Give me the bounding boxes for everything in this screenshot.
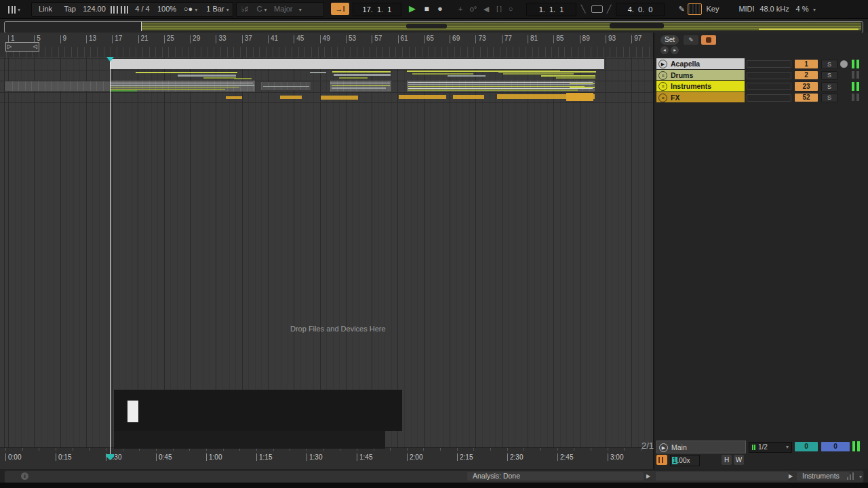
clip-segment[interactable] [334,74,391,76]
clip-segment[interactable] [203,77,236,79]
loop-start-marker[interactable]: ▷ [7,43,12,51]
punch-in-icon[interactable]: ╲ [579,2,587,16]
arrangement-position-field[interactable]: 17. 1. 1 [353,3,401,16]
loop-switch-icon[interactable] [591,5,603,13]
io-box[interactable] [747,83,791,90]
follow-button[interactable]: →ǀ [331,3,349,15]
punch-brackets-icon[interactable]: [ ] [493,2,505,16]
loop-length-field[interactable]: 4. 0. 0 [616,3,665,16]
track-header-acapella[interactable]: ▶ Acapella [656,58,745,69]
clip-segment[interactable] [234,78,252,79]
computer-midi-keyboard-icon[interactable] [688,3,702,15]
loop-end-marker[interactable]: ◁ [33,43,37,51]
set-button[interactable]: Set [660,35,679,45]
output-channel-menu[interactable]: 1/2 ▾ [749,442,792,453]
loop-start-field[interactable]: 1. 1. 1 [526,3,576,16]
arrangement-overview[interactable] [4,21,863,33]
clip-segment[interactable] [556,77,595,79]
playback-speed-field[interactable]: 1.00x [670,455,700,466]
clip-segment[interactable] [280,96,302,99]
track-header-drums[interactable]: ≡ Drums [656,70,745,80]
solo-button[interactable]: S [821,60,837,69]
clip-segment[interactable] [498,71,596,73]
info-icon[interactable]: i [21,472,28,480]
track-header-instruments[interactable]: ≡ Instruments [656,81,745,92]
bar-ruler[interactable]: 1591317212529333741454953576165697377818… [0,33,653,57]
arm-button[interactable] [840,60,848,68]
io-box[interactable] [747,94,791,102]
time-signature-field[interactable]: 4 / 4 [130,2,155,16]
draw-mode-pen-icon[interactable]: ✎ [677,2,686,16]
io-box[interactable] [747,72,791,79]
optimize-width-button[interactable]: W [734,455,744,465]
playhead[interactable] [110,57,111,455]
clip-segment[interactable] [448,75,486,77]
io-number-field[interactable]: 52 [795,94,818,102]
solo-button[interactable]: S [821,94,837,102]
stop-button[interactable]: ■ [421,2,432,16]
clip-segment[interactable] [503,73,574,75]
cue-level-field[interactable]: 0 [795,442,818,451]
solo-button[interactable]: S [821,82,837,92]
overview-view-edge[interactable] [141,22,142,31]
scale-name-menu[interactable]: Major ▾ [274,2,320,16]
clip-segment[interactable] [566,93,593,101]
midi-map-button[interactable]: MIDI [736,2,757,16]
solo-button[interactable]: S [821,71,837,80]
clip-segment[interactable] [226,96,242,99]
lock-button[interactable] [701,35,716,45]
expand-triangle-icon[interactable]: ▶ [646,473,650,479]
io-number-field[interactable]: 2 [795,71,818,79]
next-arrow-button[interactable]: ▸ [671,46,679,54]
clip-segment[interactable] [321,96,358,100]
punch-out-icon[interactable]: ╱ [605,2,613,16]
clip-segment[interactable] [339,77,368,79]
io-number-field[interactable]: 1 [795,60,818,68]
new-button[interactable]: + [456,2,465,16]
clip-segment[interactable] [453,95,484,99]
clip-segment[interactable] [310,72,326,73]
prev-arrow-button[interactable]: ◂ [660,46,669,54]
levels-icon[interactable] [847,472,856,480]
quantize-menu[interactable]: 1 Bar ▾ [203,2,232,16]
scale-root-menu[interactable]: C ▾ [252,2,271,16]
main-level-field[interactable]: 0 [821,442,850,451]
clip-segment[interactable] [332,71,391,73]
clip-segment[interactable] [412,73,473,75]
io-box[interactable] [747,60,791,68]
groove-amount-field[interactable]: 100% [155,2,179,16]
play-button[interactable]: ▶ [407,2,418,16]
record-button[interactable]: ● [435,2,446,16]
key-map-button[interactable]: Key [704,2,722,16]
nudge-up-icon[interactable] [120,2,129,16]
automation-arm-icon[interactable]: o° [468,2,479,16]
loop-brace[interactable]: ▷◁ [5,42,39,52]
tempo-field[interactable]: 124.00 [80,2,108,16]
playback-speed-icon[interactable] [656,455,667,465]
main-track-header[interactable]: ▶ Main [656,441,746,453]
metronome-button[interactable]: ○● ▾ [179,2,202,16]
detail-overlay-clip[interactable] [127,401,138,422]
clip-segment[interactable] [541,75,595,77]
track-header-fx[interactable]: ≡ FX [656,92,745,102]
scale-icon[interactable]: ♭♯ [239,2,251,16]
back-to-arrangement-icon[interactable]: ◀ [481,2,491,16]
tap-tempo-button[interactable]: Tap [60,2,80,16]
clip-segment[interactable] [178,75,236,77]
clip-segment[interactable] [399,95,446,99]
optimize-height-button[interactable]: H [722,455,732,465]
levels-caret-icon[interactable]: ▾ [859,474,862,480]
clip-segment[interactable] [136,72,237,73]
draw-circle-icon[interactable]: ○ [506,2,515,16]
time-ruler[interactable]: 0:000:150:300:451:001:151:301:452:002:15… [0,447,653,469]
cpu-load-field[interactable]: 4 % [792,2,812,16]
io-number-field[interactable]: 23 [795,82,818,91]
clip-block[interactable] [5,81,110,91]
cpu-caret-icon[interactable]: ▾ [811,2,818,16]
expand-triangle-icon[interactable]: ▶ [789,473,793,479]
arrangement[interactable]: Drop Files and Devices Here [0,57,653,447]
options-bars-icon[interactable]: ▾ [5,2,23,16]
menu-hamburger-icon[interactable] [854,2,865,16]
link-button[interactable]: Link [34,2,57,16]
pen-button[interactable]: ✎ [684,35,698,45]
